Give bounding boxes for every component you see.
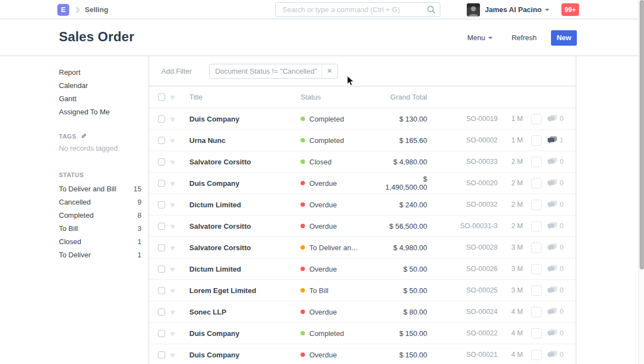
like-icon[interactable]: ♥ [170, 308, 179, 316]
search-icon[interactable] [427, 5, 435, 14]
row-checkbox[interactable] [158, 287, 165, 294]
select-all-checkbox[interactable] [158, 93, 165, 101]
assignment-placeholder[interactable] [531, 285, 542, 296]
like-icon[interactable]: ♥ [170, 351, 179, 359]
row-title[interactable]: Duis Company [189, 115, 290, 123]
row-checkbox[interactable] [158, 351, 165, 359]
comments-icon[interactable] [548, 286, 557, 294]
row-title[interactable]: Duis Company [189, 179, 290, 187]
table-row[interactable]: ♥ Urna Nunc Completed $ 165.60 SO-00002 … [149, 130, 576, 151]
row-checkbox[interactable] [158, 180, 165, 187]
row-checkbox[interactable] [158, 115, 165, 123]
like-icon[interactable]: ♥ [170, 136, 179, 145]
row-checkbox[interactable] [158, 244, 165, 251]
row-checkbox[interactable] [158, 223, 165, 230]
comments-icon[interactable] [548, 115, 557, 123]
row-checkbox[interactable] [158, 308, 165, 316]
like-icon[interactable]: ♥ [170, 201, 179, 209]
assignment-placeholder[interactable] [531, 157, 542, 167]
sidebar-item-gantt[interactable]: Gantt [59, 92, 141, 106]
app-logo[interactable]: E [57, 4, 69, 16]
sidebar-status-cancelled[interactable]: Cancelled9 [59, 196, 141, 209]
comments-icon[interactable] [548, 136, 557, 144]
assignment-placeholder[interactable] [531, 221, 542, 231]
new-button[interactable]: New [551, 30, 577, 46]
row-title[interactable]: Dictum Limited [189, 265, 290, 273]
like-icon[interactable]: ♥ [170, 158, 179, 166]
row-title[interactable]: Dictum Limited [189, 201, 290, 209]
row-title[interactable]: Salvatore Corsitto [189, 158, 290, 166]
assignment-placeholder[interactable] [531, 135, 542, 146]
assignment-placeholder[interactable] [531, 264, 542, 274]
table-row[interactable]: ♥ Salvatore Corsitto To Deliver an… $ 4,… [149, 237, 576, 258]
comments-icon[interactable] [548, 329, 557, 337]
table-row[interactable]: ♥ Duis Company Completed $ 150.00 SO-000… [149, 323, 576, 344]
user-menu[interactable]: James Al Pacino [485, 5, 549, 14]
comments-icon[interactable] [548, 351, 557, 359]
table-row[interactable]: ♥ Duis Company Overdue $ 1,490,500.00 SO… [149, 173, 576, 194]
comments-icon[interactable] [548, 222, 557, 230]
table-row[interactable]: ♥ Lorem Eget Limited To Bill $ 50.00 SO-… [149, 280, 576, 301]
row-title[interactable]: Urna Nunc [189, 136, 290, 145]
like-icon[interactable]: ♥ [170, 265, 179, 273]
row-checkbox[interactable] [158, 201, 165, 208]
row-checkbox[interactable] [158, 158, 165, 166]
row-title[interactable]: Sonec LLP [189, 308, 290, 316]
row-title[interactable]: Lorem Eget Limited [189, 286, 290, 295]
comments-icon[interactable] [548, 201, 557, 208]
refresh-button[interactable]: Refresh [511, 34, 537, 42]
assignment-placeholder[interactable] [531, 328, 542, 339]
row-title[interactable]: Salvatore Corsitto [189, 222, 290, 230]
like-icon[interactable]: ♥ [170, 115, 179, 123]
row-title[interactable]: Salvatore Corsitto [189, 244, 290, 252]
assignment-placeholder[interactable] [531, 200, 542, 210]
sidebar-item-assigned-to-me[interactable]: Assigned To Me [59, 106, 141, 119]
scrollbar-track[interactable] [638, 0, 644, 364]
assignment-placeholder[interactable] [531, 178, 542, 189]
comments-icon[interactable] [548, 179, 557, 187]
menu-button[interactable]: Menu [467, 34, 493, 42]
assignment-placeholder[interactable] [531, 307, 542, 317]
like-icon[interactable]: ♥ [170, 244, 179, 252]
row-title[interactable]: Duis Company [189, 351, 290, 359]
notification-badge[interactable]: 99+ [561, 3, 579, 16]
sidebar-status-completed[interactable]: Completed8 [59, 209, 141, 222]
comments-icon[interactable] [548, 308, 557, 316]
like-icon[interactable]: ♥ [170, 286, 179, 295]
filter-chip[interactable]: Document Status != "Cancelled" ✕ [209, 64, 338, 79]
add-filter-button[interactable]: Add Filter [161, 67, 192, 75]
table-row[interactable]: ♥ Dictum Limited Overdue $ 50.00 SO-0002… [149, 258, 576, 280]
sidebar-status-to-bill[interactable]: To Bill3 [59, 222, 141, 235]
sidebar-status-closed[interactable]: Closed1 [59, 235, 141, 249]
assignment-placeholder[interactable] [531, 242, 542, 253]
user-avatar[interactable] [467, 3, 480, 16]
row-checkbox[interactable] [158, 137, 165, 144]
remove-filter-icon[interactable]: ✕ [321, 64, 337, 78]
search-input[interactable] [275, 2, 440, 17]
row-title[interactable]: Duis Company [189, 329, 290, 338]
table-row[interactable]: ♥ Dictum Limited Overdue $ 240.00 SO-000… [149, 194, 576, 216]
sidebar-item-calendar[interactable]: Calendar [59, 79, 141, 92]
comments-icon[interactable] [548, 265, 557, 273]
comments-icon[interactable] [548, 158, 557, 166]
table-row[interactable]: ♥ Sonec LLP Overdue $ 80.00 SO-00024 4 M… [149, 301, 576, 323]
assignment-placeholder[interactable] [531, 350, 542, 360]
assignment-placeholder[interactable] [531, 114, 542, 124]
sidebar-status-to-deliver-and-bill[interactable]: To Deliver and Bill15 [59, 183, 141, 196]
edit-tags-icon[interactable]: ✎ [81, 133, 86, 140]
row-checkbox[interactable] [158, 266, 165, 273]
table-row[interactable]: ♥ Salvatore Corsitto Closed $ 4,980.00 S… [149, 151, 576, 173]
sidebar-status-to-deliver[interactable]: To Deliver1 [59, 249, 141, 262]
breadcrumb[interactable]: Selling [85, 5, 108, 14]
like-icon[interactable]: ♥ [170, 222, 179, 230]
row-checkbox[interactable] [158, 330, 165, 337]
table-row[interactable]: ♥ Salvatore Corsitto Overdue $ 56,500.00… [149, 216, 576, 237]
table-row[interactable]: ♥ Duis Company Overdue $ 150.00 SO-00021… [149, 344, 576, 364]
scrollbar-thumb[interactable] [640, 0, 644, 269]
table-row[interactable]: ♥ Duis Company Completed $ 130.00 SO-000… [149, 108, 576, 130]
like-icon[interactable]: ♥ [170, 329, 179, 338]
like-filter-icon[interactable]: ♥ [170, 93, 179, 101]
comments-icon[interactable] [548, 244, 557, 251]
like-icon[interactable]: ♥ [170, 179, 179, 187]
sidebar-item-report[interactable]: Report [59, 66, 141, 79]
